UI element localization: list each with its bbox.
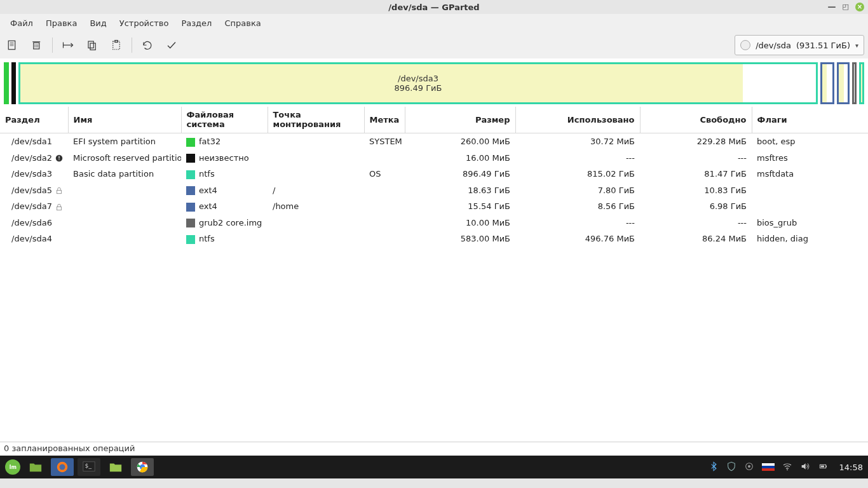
col-partition[interactable]: Раздел bbox=[0, 107, 68, 133]
table-row[interactable]: /dev/sda4ntfs583.00 МиБ496.76 МиБ86.24 М… bbox=[0, 231, 868, 247]
cell-label: SYSTEM bbox=[369, 137, 402, 146]
cell-size: 15.54 ГиБ bbox=[468, 201, 510, 211]
col-mount[interactable]: Точка монтирования bbox=[268, 107, 364, 133]
menubar: Файл Правка Вид Устройство Раздел Справк… bbox=[0, 14, 868, 32]
window-close-icon[interactable]: × bbox=[855, 3, 864, 11]
partition-map: /dev/sda3 896.49 ГиБ bbox=[0, 58, 868, 107]
menu-device[interactable]: Устройство bbox=[113, 16, 175, 30]
tray-wifi-icon[interactable] bbox=[782, 461, 792, 473]
menu-edit[interactable]: Правка bbox=[39, 16, 83, 30]
table-row[interactable]: /dev/sda5ext4/18.63 ГиБ7.80 ГиБ10.83 ГиБ bbox=[0, 182, 868, 199]
window-maximize-icon[interactable]: ◰ bbox=[843, 3, 849, 11]
new-partition-icon[interactable] bbox=[6, 39, 19, 51]
map-sda4[interactable] bbox=[859, 62, 864, 104]
cell-dev: /dev/sda4 bbox=[11, 234, 52, 243]
tray-volume-icon[interactable] bbox=[800, 461, 810, 473]
app-firefox-icon[interactable] bbox=[51, 458, 74, 476]
cell-dev: /dev/sda5 bbox=[11, 186, 52, 195]
menu-file[interactable]: Файл bbox=[4, 16, 39, 30]
cell-fs: ntfs bbox=[199, 169, 215, 179]
tray-shield-icon[interactable] bbox=[726, 461, 736, 473]
app-folder-icon[interactable] bbox=[104, 458, 127, 476]
taskbar: lm $_ 14:58 bbox=[0, 456, 868, 478]
col-name[interactable]: Имя bbox=[68, 107, 181, 133]
start-menu-icon[interactable]: lm bbox=[5, 459, 20, 475]
cell-used: 815.02 ГиБ bbox=[587, 169, 635, 179]
cell-dev: /dev/sda3 bbox=[11, 169, 52, 179]
cell-mount: / bbox=[273, 186, 275, 195]
tray-bluetooth-icon[interactable] bbox=[709, 461, 719, 473]
cell-flags: msftres bbox=[757, 153, 788, 163]
map-selected-dev: /dev/sda3 bbox=[395, 74, 442, 83]
cell-fs: ext4 bbox=[199, 201, 217, 211]
cell-free: --- bbox=[738, 218, 747, 227]
map-sda1[interactable] bbox=[4, 62, 9, 104]
menu-partition[interactable]: Раздел bbox=[175, 16, 218, 30]
tray-nvidia-icon[interactable] bbox=[744, 461, 754, 473]
map-sda7[interactable] bbox=[837, 62, 850, 104]
tray-keyboard-lang-icon[interactable] bbox=[762, 463, 775, 471]
resize-move-icon[interactable] bbox=[62, 39, 74, 51]
window-titlebar: /dev/sda — GParted — ◰ × bbox=[0, 0, 868, 14]
table-row[interactable]: /dev/sda6grub2 core.img10.00 МиБ------bi… bbox=[0, 215, 868, 231]
cell-free: --- bbox=[738, 153, 747, 163]
fs-swatch bbox=[186, 186, 195, 195]
tray-clock[interactable]: 14:58 bbox=[839, 463, 863, 472]
cell-free: 10.83 ГиБ bbox=[704, 186, 747, 195]
fs-swatch bbox=[186, 170, 195, 179]
undo-icon[interactable] bbox=[141, 39, 154, 51]
svg-rect-32 bbox=[820, 465, 824, 467]
table-row[interactable]: /dev/sda2Microsoft reserved partitionнеи… bbox=[0, 150, 868, 166]
device-selector[interactable]: /dev/sda (931.51 ГиБ) ▾ bbox=[735, 35, 864, 55]
fs-swatch bbox=[186, 138, 195, 147]
toolbar: /dev/sda (931.51 ГиБ) ▾ bbox=[0, 32, 868, 58]
cell-fs: ntfs bbox=[199, 234, 215, 243]
svg-rect-12 bbox=[90, 43, 95, 50]
menu-help[interactable]: Справка bbox=[218, 16, 267, 30]
col-free[interactable]: Свободно bbox=[640, 107, 752, 133]
svg-point-22 bbox=[59, 464, 65, 470]
svg-rect-17 bbox=[58, 159, 59, 160]
cell-size: 10.00 МиБ bbox=[466, 218, 510, 227]
paste-icon[interactable] bbox=[110, 39, 123, 51]
col-fs[interactable]: Файловая система bbox=[181, 107, 268, 133]
col-flags[interactable]: Флаги bbox=[752, 107, 868, 133]
map-sda2[interactable] bbox=[11, 62, 16, 104]
fs-swatch bbox=[186, 219, 195, 227]
cell-free: 81.47 ГиБ bbox=[704, 169, 747, 179]
table-row[interactable]: /dev/sda7ext4/home15.54 ГиБ8.56 ГиБ6.98 … bbox=[0, 198, 868, 215]
fs-swatch bbox=[186, 154, 195, 163]
cell-dev: /dev/sda1 bbox=[11, 137, 52, 146]
svg-rect-19 bbox=[57, 207, 61, 210]
table-row[interactable]: /dev/sda3Basic data partitionntfsOS896.4… bbox=[0, 166, 868, 182]
delete-partition-icon[interactable] bbox=[31, 39, 43, 51]
cell-size: 583.00 МиБ bbox=[461, 234, 510, 243]
table-header[interactable]: Раздел Имя Файловая система Точка монтир… bbox=[0, 107, 868, 133]
app-files-icon[interactable] bbox=[24, 458, 47, 476]
tray-battery-icon[interactable] bbox=[818, 461, 828, 473]
app-chrome-icon[interactable] bbox=[131, 458, 154, 476]
col-size[interactable]: Размер bbox=[405, 107, 515, 133]
cell-size: 16.00 МиБ bbox=[466, 153, 510, 163]
svg-point-29 bbox=[787, 469, 788, 470]
col-used[interactable]: Использовано bbox=[515, 107, 640, 133]
map-sda5[interactable] bbox=[820, 62, 834, 104]
menu-view[interactable]: Вид bbox=[83, 16, 112, 30]
cell-fs: grub2 core.img bbox=[199, 218, 262, 227]
map-sda3[interactable]: /dev/sda3 896.49 ГиБ bbox=[18, 62, 818, 104]
table-row[interactable]: /dev/sda1EFI system partitionfat32SYSTEM… bbox=[0, 133, 868, 150]
statusbar: 0 запланированных операций bbox=[0, 442, 868, 456]
window-minimize-icon[interactable]: — bbox=[828, 2, 836, 11]
copy-icon[interactable] bbox=[86, 39, 98, 51]
cell-used: 30.72 МиБ bbox=[590, 137, 635, 146]
cell-flags: hidden, diag bbox=[757, 234, 808, 243]
map-sda6[interactable] bbox=[852, 62, 857, 104]
apply-icon[interactable] bbox=[165, 39, 178, 51]
app-terminal-icon[interactable]: $_ bbox=[78, 458, 100, 476]
col-label[interactable]: Метка bbox=[364, 107, 405, 133]
cell-dev: /dev/sda6 bbox=[11, 218, 52, 227]
cell-dev: /dev/sda2 bbox=[11, 153, 52, 163]
device-selector-size: (931.51 ГиБ) bbox=[796, 41, 850, 50]
cell-fs: неизвестно bbox=[199, 153, 249, 163]
lock-icon bbox=[55, 186, 64, 195]
